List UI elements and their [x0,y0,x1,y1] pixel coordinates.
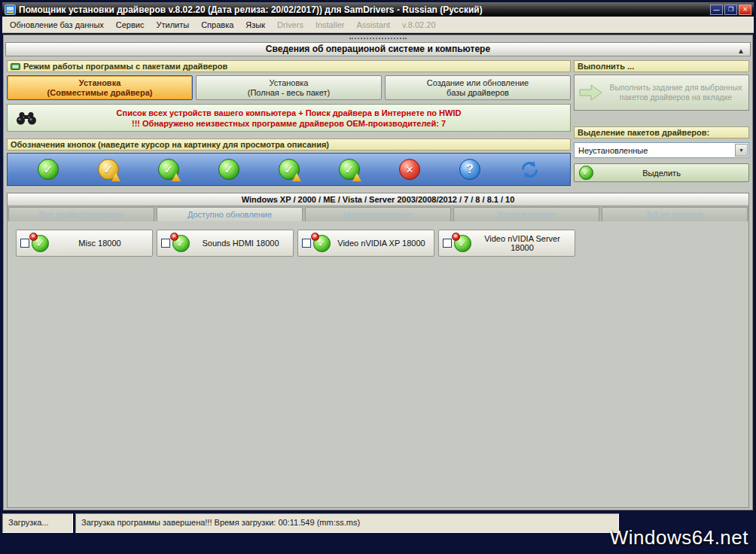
mode-panel-title: Режим работы программы с пакетами драйве… [23,62,227,71]
driver-update-icon [32,235,49,252]
system-info-title: Сведения об операционой системе и компью… [266,44,490,54]
minimize-button[interactable]: — [710,5,723,15]
driver-update-icon [313,235,331,252]
driver-package-label: Sounds HDMI 18000 [192,239,289,248]
menu-drivers: Drivers [271,18,309,32]
execute-button-label: Выполнить задание для выбранных пакетов … [607,83,745,102]
mode-tabs: Установка (Совместимые драйвера) Установ… [7,75,571,100]
blue-question-icon[interactable] [459,159,480,180]
dropdown-selected-value: Неустановленные [578,146,648,155]
menu-utilities[interactable]: Утилиты [150,18,195,32]
mode-tab-line2: (Совместимые драйвера) [8,88,192,98]
tab-update-available[interactable]: Доступно обновление [157,207,303,221]
mode-tab-install-compatible[interactable]: Установка (Совместимые драйвера) [7,75,193,100]
mode-panel-header: Режим работы программы с пакетами драйве… [7,60,571,72]
mode-tab-line1: Создание или обновление [386,78,570,88]
tab-db-not-created[interactable]: БД не создана [602,207,748,221]
mode-tab-line2: базы драйверов [386,88,570,98]
panel-grip [349,38,407,39]
chevron-down-icon[interactable]: ▼ [735,144,748,157]
driver-package-label: Video nVIDIA Server 18000 [474,234,571,252]
mode-tab-install-full[interactable]: Установка (Полная - весь пакет) [196,75,382,100]
green-check-icon[interactable] [218,159,239,180]
package-checkbox[interactable] [302,239,311,248]
collapse-icon[interactable]: ▲ [737,44,745,57]
execute-panel-title: Выполнить ... [578,62,634,71]
driver-package-label: Video nVIDIA XP 18000 [333,239,430,248]
menu-help[interactable]: Справка [195,18,239,32]
status-left: Загрузка... [2,513,73,533]
mode-tab-line1: Установка [197,78,381,88]
mode-tab-line1: Установка [8,78,192,88]
red-x-badge [452,233,460,241]
warning-badge [292,173,301,181]
menu-assistant: Assistant [350,18,396,32]
selection-panel-title: Выделение пакетов драйверов: [578,128,709,137]
oem-warning-line2: !!! Обнаружено неизвестных программе дра… [132,118,446,129]
device-list-hwid-button[interactable]: Список всех устройств вашего компьютера … [7,104,571,132]
tab-all-drivers[interactable]: Все драйв/программы [8,207,154,221]
mode-tab-create-db[interactable]: Создание или обновление базы драйверов [385,75,571,100]
refresh-arrows-icon[interactable] [520,160,540,180]
red-cross-icon[interactable] [399,159,420,180]
system-info-header: Сведения об операционой системе и компью… [5,42,751,56]
driver-update-icon [454,235,471,252]
titlebar: Помощник установки драйверов v.8.02.20 (… [2,2,754,17]
gold-check-warning-icon[interactable] [98,159,119,180]
menu-service[interactable]: Сервис [110,18,151,32]
legend-panel-header: Обозначения кнопок (наведите курсор на к… [7,138,571,151]
select-packages-button[interactable]: Выделить [574,163,749,182]
right-column: Выполнить ... Выполнить задание для выбр… [574,60,749,182]
statusbar: Загрузка... Загрузка программы завершена… [2,513,619,533]
menu-version: v.8.02.20 [396,18,441,32]
green-check-warning-icon[interactable] [339,159,360,180]
menubar: Обновление баз данных Сервис Утилиты Спр… [2,17,754,33]
drivers-section: Windows XP / 2000 / ME / Vista / Server … [7,193,749,508]
driver-package-sounds-hdmi[interactable]: Sounds HDMI 18000 [157,230,294,257]
driver-tabs: Все драйв/программы Доступно обновление … [8,206,748,221]
red-x-badge [311,233,319,241]
legend-panel-title: Обозначения кнопок (наведите курсор на к… [11,140,329,149]
legend-icon-row [7,153,571,186]
green-check-icon[interactable] [38,159,59,180]
menu-language[interactable]: Язык [239,18,271,32]
warning-badge [352,173,361,181]
close-button[interactable]: ✕ [739,5,751,15]
selection-panel-header: Выделение пакетов драйверов: [574,126,749,138]
tab-not-installed[interactable]: Неустановленные [305,207,451,221]
package-checkbox[interactable] [443,239,452,248]
devices-icon [11,62,20,71]
red-x-badge [170,233,178,241]
red-x-badge [29,233,38,241]
watermark: Windows64.net [610,526,748,549]
warning-badge [111,173,120,181]
package-filter-dropdown[interactable]: Неустановленные ▼ [574,142,749,158]
os-support-header: Windows XP / 2000 / ME / Vista / Server … [8,193,748,206]
green-check-warning-icon[interactable] [158,159,179,180]
run-arrow-icon [578,83,604,102]
tab-installed[interactable]: Установленные [453,207,599,221]
driver-package-misc[interactable]: Misc 18000 [16,230,153,257]
warning-badge [172,173,181,181]
execute-panel-header: Выполнить ... [574,60,749,72]
package-checkbox[interactable] [20,239,29,248]
execute-task-button[interactable]: Выполнить задание для выбранных пакетов … [574,75,749,111]
menu-update-db[interactable]: Обновление баз данных [4,18,110,32]
driver-update-icon [172,235,190,252]
driver-package-video-nvidia-server[interactable]: Video nVIDIA Server 18000 [438,230,575,257]
window-title: Помощник установки драйверов v.8.02.20 (… [19,5,483,15]
menu-installer: Installer [309,18,351,32]
green-check-warning-icon[interactable] [279,159,300,180]
driver-package-video-nvidia-xp[interactable]: Video nVIDIA XP 18000 [297,230,434,257]
app-window: Помощник установки драйверов v.8.02.20 (… [0,0,756,554]
status-message: Загрузка программы завершена!!! Время за… [75,513,619,533]
driver-package-label: Misc 18000 [51,239,148,248]
package-checkbox[interactable] [161,239,170,248]
left-column: Режим работы программы с пакетами драйве… [7,60,571,186]
binoculars-icon [15,111,38,125]
maximize-button[interactable]: ❐ [724,5,737,15]
select-button-label: Выделить [642,169,681,178]
hwid-info-line1: Список всех устройств вашего компьютера … [117,108,462,118]
green-check-icon [579,166,593,180]
mode-tab-line2: (Полная - весь пакет) [197,88,381,98]
